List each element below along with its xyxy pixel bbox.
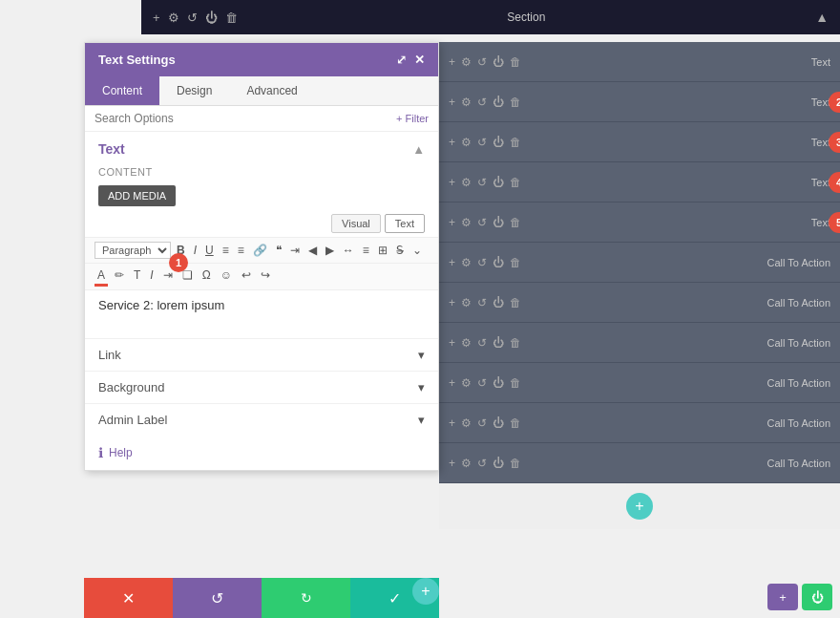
close-panel-icon[interactable]: ✕ — [414, 53, 425, 67]
cta-copy-icon-4[interactable]: ↺ — [477, 376, 487, 390]
cta-add-icon-2[interactable]: + — [449, 296, 455, 309]
module-copy-icon-5[interactable]: ↺ — [477, 216, 487, 229]
text-content-area[interactable]: 1 Service 2: lorem ipsum — [85, 290, 438, 338]
module-settings-icon-3[interactable]: ⚙ — [461, 136, 472, 149]
cta-settings-icon-5[interactable]: ⚙ — [461, 416, 472, 430]
cta-settings-icon-3[interactable]: ⚙ — [461, 336, 472, 350]
link-icon[interactable]: 🔗 — [250, 242, 270, 259]
cta-delete-icon-4[interactable]: 🗑 — [510, 376, 521, 390]
ordered-list-icon[interactable]: ≡ — [235, 242, 247, 259]
redo2-icon[interactable]: ↪ — [258, 266, 273, 287]
cta-settings-icon-6[interactable]: ⚙ — [461, 457, 472, 470]
cta-copy-icon-6[interactable]: ↺ — [477, 457, 487, 470]
cta-add-icon-6[interactable]: + — [449, 457, 455, 470]
module-icons-4[interactable]: + ⚙ ↺ ⏻ 🗑 — [449, 176, 521, 189]
module-icons-5[interactable]: + ⚙ ↺ ⏻ 🗑 — [449, 216, 521, 229]
module-icons-1[interactable]: + ⚙ ↺ ⏻ 🗑 — [449, 55, 521, 69]
background-chevron-icon[interactable]: ▾ — [418, 380, 425, 394]
settings-icon[interactable]: ⚙ — [168, 11, 179, 25]
module-add-icon-5[interactable]: + — [449, 216, 455, 229]
collapse-section-icon[interactable]: ▲ — [815, 10, 829, 25]
cta-power-icon-6[interactable]: ⏻ — [493, 457, 504, 470]
cta-delete-icon-2[interactable]: 🗑 — [510, 296, 521, 309]
filter-button[interactable]: + Filter — [396, 113, 429, 124]
text-content[interactable]: Service 2: lorem ipsum — [98, 298, 224, 312]
link-section[interactable]: Link ▾ — [85, 338, 438, 371]
cta-delete-icon-3[interactable]: 🗑 — [510, 336, 521, 350]
emoji-icon[interactable]: ☺ — [218, 266, 235, 287]
module-icons-cta-1[interactable]: + ⚙ ↺ ⏻ 🗑 — [449, 256, 521, 269]
undo2-icon[interactable]: ↩ — [239, 266, 254, 287]
panel-header-icons[interactable]: ⤢ ✕ — [396, 53, 425, 67]
underline-icon[interactable]: U — [202, 242, 217, 259]
paragraph-select[interactable]: Paragraph — [94, 242, 171, 259]
cancel-button[interactable]: ✕ — [84, 578, 173, 618]
module-copy-icon[interactable]: ↺ — [477, 55, 487, 69]
cta-power-icon-5[interactable]: ⏻ — [493, 416, 504, 430]
cta-add-icon-3[interactable]: + — [449, 336, 455, 350]
module-power-icon-4[interactable]: ⏻ — [493, 176, 504, 189]
tab-design[interactable]: Design — [159, 76, 229, 105]
module-settings-icon-5[interactable]: ⚙ — [461, 216, 472, 229]
blockquote-icon[interactable]: ❝ — [273, 242, 284, 259]
module-power-icon-5[interactable]: ⏻ — [493, 216, 504, 229]
module-add-icon-4[interactable]: + — [449, 176, 455, 189]
module-power-icon[interactable]: ⏻ — [493, 55, 504, 69]
search-input[interactable] — [94, 112, 390, 125]
cta-settings-icon-1[interactable]: ⚙ — [461, 256, 472, 269]
admin-label-section[interactable]: Admin Label ▾ — [85, 403, 438, 436]
add-module-button[interactable]: + — [626, 493, 653, 520]
align-center-icon[interactable]: ▶ — [323, 242, 337, 259]
link-chevron-icon[interactable]: ▾ — [418, 348, 425, 362]
module-icons-cta-6[interactable]: + ⚙ ↺ ⏻ 🗑 — [449, 457, 521, 470]
undo-button[interactable]: ↺ — [173, 578, 262, 618]
module-delete-icon-4[interactable]: 🗑 — [510, 176, 521, 189]
module-delete-icon-5[interactable]: 🗑 — [510, 216, 521, 229]
module-delete-icon-2[interactable]: 🗑 — [510, 96, 521, 109]
cta-add-icon-5[interactable]: + — [449, 416, 455, 430]
cta-add-icon-1[interactable]: + — [449, 256, 455, 269]
cta-power-icon-3[interactable]: ⏻ — [493, 336, 504, 350]
power-icon[interactable]: ⏻ — [205, 11, 218, 25]
module-add-icon[interactable]: + — [449, 55, 455, 69]
module-settings-icon[interactable]: ⚙ — [461, 55, 472, 69]
align-justify-icon[interactable]: ≡ — [360, 242, 372, 259]
expand-icon[interactable]: ⤢ — [396, 53, 407, 67]
strikethrough-icon[interactable]: S̶ — [393, 242, 407, 259]
tab-visual[interactable]: Visual — [331, 214, 381, 233]
bottom-add-button[interactable]: + — [412, 578, 439, 605]
italic2-icon[interactable]: I — [147, 266, 156, 287]
collapse-text-icon[interactable]: ▲ — [412, 142, 425, 157]
text-color-icon[interactable]: A — [94, 266, 108, 287]
admin-label-chevron-icon[interactable]: ▾ — [418, 413, 425, 427]
help-row[interactable]: ℹ Help — [85, 436, 438, 470]
cta-power-icon-1[interactable]: ⏻ — [493, 256, 504, 269]
more-icon[interactable]: ⌄ — [410, 242, 425, 259]
cta-settings-icon-2[interactable]: ⚙ — [461, 296, 472, 309]
module-delete-icon[interactable]: 🗑 — [510, 55, 521, 69]
module-copy-icon-4[interactable]: ↺ — [477, 176, 487, 189]
cta-delete-icon-1[interactable]: 🗑 — [510, 256, 521, 269]
add-circle-bottom[interactable]: + — [412, 578, 439, 605]
text-style-icon[interactable]: T — [131, 266, 143, 287]
table-icon[interactable]: ⊞ — [375, 242, 390, 259]
tab-text[interactable]: Text — [385, 214, 425, 233]
cta-power-icon-2[interactable]: ⏻ — [493, 296, 504, 309]
cta-copy-icon-5[interactable]: ↺ — [477, 416, 487, 430]
add-media-button[interactable]: ADD MEDIA — [98, 185, 176, 206]
copy-icon[interactable]: ↺ — [187, 11, 198, 25]
background-section[interactable]: Background ▾ — [85, 371, 438, 403]
align-right-icon[interactable]: ↔ — [340, 242, 357, 259]
cta-copy-icon-3[interactable]: ↺ — [477, 336, 487, 350]
cta-copy-icon-2[interactable]: ↺ — [477, 296, 487, 309]
module-power-icon-2[interactable]: ⏻ — [493, 96, 504, 109]
cta-delete-icon-5[interactable]: 🗑 — [510, 416, 521, 430]
module-copy-icon-3[interactable]: ↺ — [477, 136, 487, 149]
cta-copy-icon-1[interactable]: ↺ — [477, 256, 487, 269]
purple-button[interactable]: + — [767, 584, 798, 610]
module-settings-icon-4[interactable]: ⚙ — [461, 176, 472, 189]
omega-icon[interactable]: Ω — [200, 266, 214, 287]
cta-add-icon-4[interactable]: + — [449, 376, 455, 390]
section-bar-icons[interactable]: + ⚙ ↺ ⏻ 🗑 — [153, 11, 238, 25]
module-icons-cta-4[interactable]: + ⚙ ↺ ⏻ 🗑 — [449, 376, 521, 390]
